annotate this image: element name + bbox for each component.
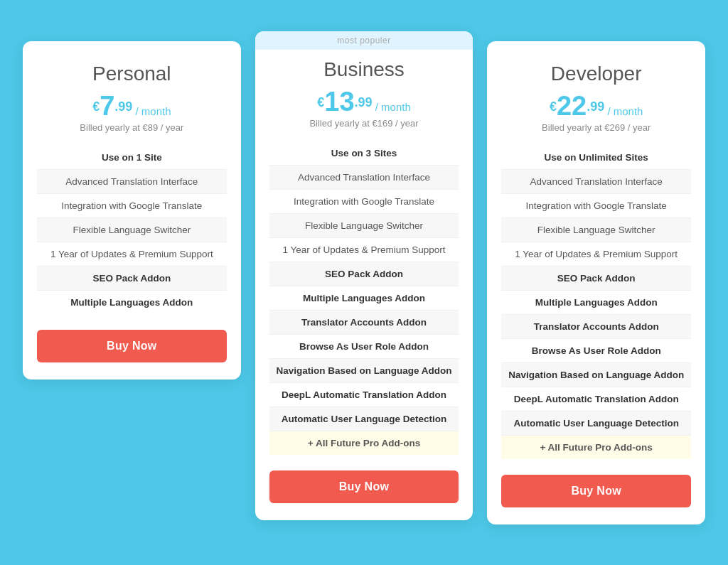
- billed-yearly-personal: Billed yearly at €89 / year: [37, 122, 227, 133]
- feature-item: Use on 1 Site: [37, 146, 227, 169]
- price-main-personal: 7: [100, 91, 114, 121]
- price-period-developer: / month: [604, 105, 643, 117]
- feature-item: Use on 3 Sites: [269, 141, 459, 165]
- feature-item: SEO Pack Addon: [501, 266, 691, 290]
- feature-item: Browse As User Role Addon: [269, 334, 459, 358]
- most-popular-badge: most populer: [255, 31, 473, 50]
- plan-card-developer: Developer €22.99 / month Billed yearly a…: [487, 41, 705, 524]
- feature-item: Flexible Language Switcher: [37, 217, 227, 242]
- features-list-personal: Use on 1 SiteAdvanced Translation Interf…: [37, 146, 227, 314]
- plan-name-business: Business: [269, 58, 459, 81]
- feature-item: Multiple Languages Addon: [37, 290, 227, 314]
- feature-item: Use on Unlimited Sites: [501, 146, 691, 169]
- price-currency-personal: €: [92, 99, 100, 113]
- price-main-developer: 22: [557, 91, 587, 121]
- plan-price-business: €13.99 / month: [269, 88, 459, 115]
- buy-button-personal[interactable]: Buy Now: [37, 330, 227, 362]
- feature-item: Multiple Languages Addon: [269, 286, 459, 310]
- price-period-business: / month: [373, 101, 411, 113]
- feature-item: SEO Pack Addon: [269, 262, 459, 286]
- feature-item: DeepL Automatic Translation Addon: [501, 387, 691, 411]
- feature-item: Navigation Based on Language Addon: [501, 362, 691, 387]
- plan-card-business: most populer Business €13.99 / month Bil…: [255, 31, 473, 520]
- feature-item: + All Future Pro Add-ons: [501, 435, 691, 459]
- price-currency-developer: €: [550, 99, 557, 113]
- billed-yearly-business: Billed yearly at €169 / year: [269, 118, 459, 129]
- plan-price-personal: €7.99 / month: [37, 92, 227, 119]
- feature-item: Automatic User Language Detection: [501, 411, 691, 435]
- feature-item: Advanced Translation Interface: [37, 169, 227, 193]
- billed-yearly-developer: Billed yearly at €269 / year: [501, 122, 691, 133]
- features-list-business: Use on 3 SitesAdvanced Translation Inter…: [269, 141, 459, 455]
- price-main-business: 13: [324, 87, 354, 117]
- buy-button-business[interactable]: Buy Now: [269, 470, 459, 503]
- feature-item: Integration with Google Translate: [501, 193, 691, 217]
- feature-item: Translator Accounts Addon: [501, 314, 691, 338]
- feature-item: Advanced Translation Interface: [501, 169, 691, 193]
- feature-item: Navigation Based on Language Addon: [269, 358, 459, 382]
- feature-item: Flexible Language Switcher: [501, 217, 691, 242]
- plan-name-personal: Personal: [37, 63, 227, 85]
- feature-item: Translator Accounts Addon: [269, 310, 459, 334]
- buy-button-developer[interactable]: Buy Now: [501, 475, 691, 507]
- feature-item: + All Future Pro Add-ons: [269, 431, 459, 455]
- feature-item: Advanced Translation Interface: [269, 165, 459, 189]
- feature-item: DeepL Automatic Translation Addon: [269, 382, 459, 407]
- feature-item: Multiple Languages Addon: [501, 290, 691, 314]
- price-decimal-business: .99: [355, 95, 373, 109]
- pricing-container: Personal €7.99 / month Billed yearly at …: [16, 41, 712, 524]
- feature-item: Integration with Google Translate: [269, 189, 459, 213]
- features-list-developer: Use on Unlimited SitesAdvanced Translati…: [501, 146, 691, 459]
- price-period-personal: / month: [132, 105, 171, 117]
- price-decimal-developer: .99: [587, 99, 604, 113]
- feature-item: Browse As User Role Addon: [501, 338, 691, 362]
- feature-item: Automatic User Language Detection: [269, 407, 459, 431]
- feature-item: SEO Pack Addon: [37, 266, 227, 290]
- feature-item: Integration with Google Translate: [37, 193, 227, 217]
- plan-name-developer: Developer: [501, 63, 691, 85]
- feature-item: Flexible Language Switcher: [269, 213, 459, 237]
- price-decimal-personal: .99: [114, 99, 132, 113]
- feature-item: 1 Year of Updates & Premium Support: [269, 237, 459, 262]
- plan-card-personal: Personal €7.99 / month Billed yearly at …: [23, 41, 241, 380]
- plan-price-developer: €22.99 / month: [501, 92, 691, 119]
- price-currency-business: €: [317, 95, 324, 109]
- feature-item: 1 Year of Updates & Premium Support: [37, 242, 227, 266]
- feature-item: 1 Year of Updates & Premium Support: [501, 242, 691, 266]
